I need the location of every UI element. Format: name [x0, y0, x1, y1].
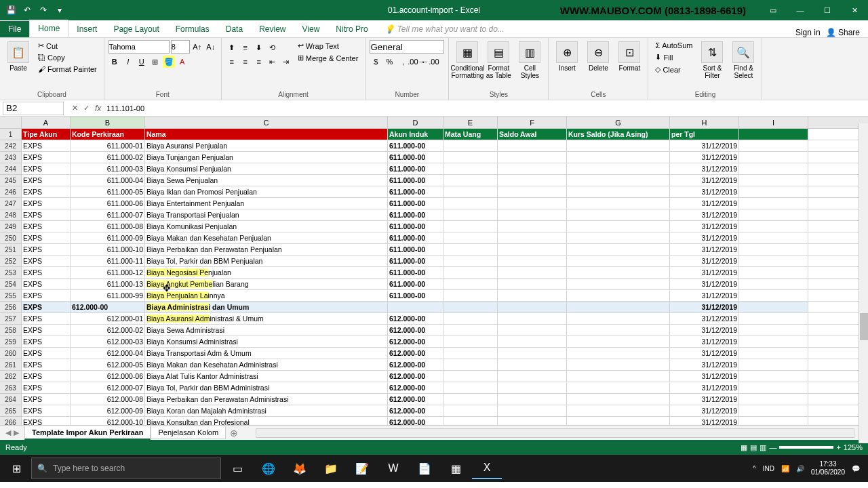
cell[interactable]: EXPS	[22, 371, 71, 382]
cell[interactable]	[443, 279, 498, 289]
cell[interactable]: Biaya Entertainment Penjualan	[145, 198, 388, 209]
sheet-next-icon[interactable]: ▶	[14, 428, 19, 437]
cell[interactable]	[498, 382, 567, 393]
cell[interactable]	[739, 152, 808, 163]
cell[interactable]	[567, 163, 670, 174]
cell[interactable]: Biaya Makan dan Kesehatan Penjualan	[145, 232, 388, 243]
tray-sound-icon[interactable]: 🔊	[796, 465, 804, 472]
cell[interactable]	[567, 336, 670, 347]
percent-format-icon[interactable]: %	[383, 56, 395, 68]
cell[interactable]	[498, 232, 567, 243]
cell[interactable]: 612.000-06	[71, 371, 145, 382]
cut-button[interactable]: ✂ Cut	[35, 40, 100, 52]
cell[interactable]: Biaya Sewa Penjualan	[145, 175, 388, 186]
maximize-icon[interactable]: ☐	[814, 0, 841, 20]
undo-icon[interactable]: ↶	[22, 5, 33, 16]
decrease-decimal-icon[interactable]: ←.00	[424, 56, 436, 68]
ribbon-options-icon[interactable]: ▭	[760, 0, 787, 20]
cell[interactable]	[443, 417, 498, 425]
notes-icon[interactable]: 📝	[347, 458, 377, 479]
tray-language[interactable]: IND	[763, 465, 774, 472]
cell[interactable]: Biaya Alat Tulis Kantor Administrasi	[145, 371, 388, 382]
cell[interactable]	[443, 209, 498, 220]
col-head-G[interactable]: G	[567, 117, 670, 128]
cell[interactable]	[739, 359, 808, 370]
col-head-B[interactable]: B	[71, 117, 145, 128]
cell[interactable]: EXPS	[22, 336, 71, 347]
qat-customize-icon[interactable]: ▾	[54, 5, 65, 16]
cell[interactable]: EXPS	[22, 163, 71, 174]
cell[interactable]: 612.000-00	[71, 302, 145, 312]
normal-view-icon[interactable]: ▦	[741, 443, 747, 452]
cell[interactable]: 611.000-11	[71, 256, 145, 266]
row-head[interactable]: 264	[0, 394, 21, 405]
cell[interactable]: 612.000-04	[71, 348, 145, 359]
cell[interactable]	[567, 417, 670, 425]
cell[interactable]	[498, 256, 567, 266]
cell[interactable]: EXPS	[22, 244, 71, 255]
cell[interactable]: EXPS	[22, 186, 71, 197]
cell[interactable]: Biaya Konsumsi Penjualan	[145, 163, 388, 174]
row-head[interactable]: 266	[0, 417, 21, 425]
cell[interactable]	[498, 163, 567, 174]
tab-insert[interactable]: Insert	[68, 21, 105, 37]
tab-page-layout[interactable]: Page Layout	[105, 21, 167, 37]
cell[interactable]	[739, 267, 808, 278]
select-all-corner[interactable]	[0, 117, 22, 129]
row-head[interactable]: 255	[0, 290, 21, 302]
cell[interactable]: Biaya Makan dan Kesehatan Administrasi	[145, 359, 388, 370]
cell[interactable]: 31/12/2019	[670, 290, 739, 301]
cell[interactable]: EXPS	[22, 359, 71, 370]
cell[interactable]: 612.000-00	[388, 313, 443, 324]
row-head[interactable]: 248	[0, 209, 21, 221]
cell[interactable]	[443, 267, 498, 278]
bold-button[interactable]: B	[108, 56, 121, 68]
cell[interactable]	[443, 163, 498, 174]
cell[interactable]: Biaya Sewa Administrasi	[145, 325, 388, 336]
cell[interactable]: 31/12/2019	[670, 232, 739, 243]
header-cell[interactable]: Kode Perkiraan	[71, 129, 145, 140]
close-icon[interactable]: ✕	[841, 0, 868, 20]
cell[interactable]: Biaya Angkut Pembelian Barang	[145, 279, 388, 289]
cell[interactable]: EXPS	[22, 348, 71, 359]
taskbar-search[interactable]: 🔍 Type here to search	[31, 458, 221, 479]
row-head[interactable]: 256	[0, 302, 21, 313]
cell[interactable]: 611.000-02	[71, 152, 145, 163]
row-head[interactable]: 254	[0, 279, 21, 290]
cell[interactable]	[498, 405, 567, 416]
cell[interactable]: 612.000-01	[71, 313, 145, 324]
grow-font-icon[interactable]: A↑	[191, 41, 203, 53]
cell[interactable]: EXPS	[22, 267, 71, 278]
cell[interactable]: EXPS	[22, 405, 71, 416]
share-button[interactable]: 👤 Share	[826, 28, 860, 37]
cell[interactable]	[739, 325, 808, 336]
cell[interactable]: 612.000-00	[388, 382, 443, 393]
font-size-combo[interactable]	[171, 40, 190, 54]
cell[interactable]: 31/12/2019	[670, 152, 739, 163]
cell[interactable]	[498, 313, 567, 324]
cell[interactable]	[498, 175, 567, 186]
cell[interactable]	[443, 244, 498, 255]
cell[interactable]: EXPS	[22, 209, 71, 220]
cell[interactable]: 612.000-00	[388, 405, 443, 416]
format-as-table-button[interactable]: ▤Format as Table	[484, 40, 513, 81]
cell[interactable]	[567, 209, 670, 220]
cell[interactable]: Biaya Perbaikan dan Perawatan Penjualan	[145, 244, 388, 255]
cell[interactable]	[443, 198, 498, 209]
cell[interactable]	[567, 382, 670, 393]
cell[interactable]: EXPS	[22, 417, 71, 425]
excel-icon[interactable]: X	[472, 458, 502, 479]
header-cell[interactable]: Akun Induk	[388, 129, 443, 140]
cell[interactable]: 611.000-13	[71, 279, 145, 289]
row-head[interactable]: 249	[0, 221, 21, 232]
cell[interactable]: 612.000-00	[388, 417, 443, 425]
cell[interactable]	[498, 336, 567, 347]
cell[interactable]: Biaya Asuransi Penjualan	[145, 140, 388, 151]
cell[interactable]	[739, 382, 808, 393]
cell[interactable]: Biaya Negosiasi Penjualan	[145, 267, 388, 278]
firefox-icon[interactable]: 🦊	[285, 458, 315, 479]
insert-cells-button[interactable]: ⊕Insert	[553, 40, 581, 73]
cell[interactable]	[567, 405, 670, 416]
indent-inc-icon[interactable]: ⇥	[280, 56, 292, 68]
cell[interactable]: EXPS	[22, 382, 71, 393]
